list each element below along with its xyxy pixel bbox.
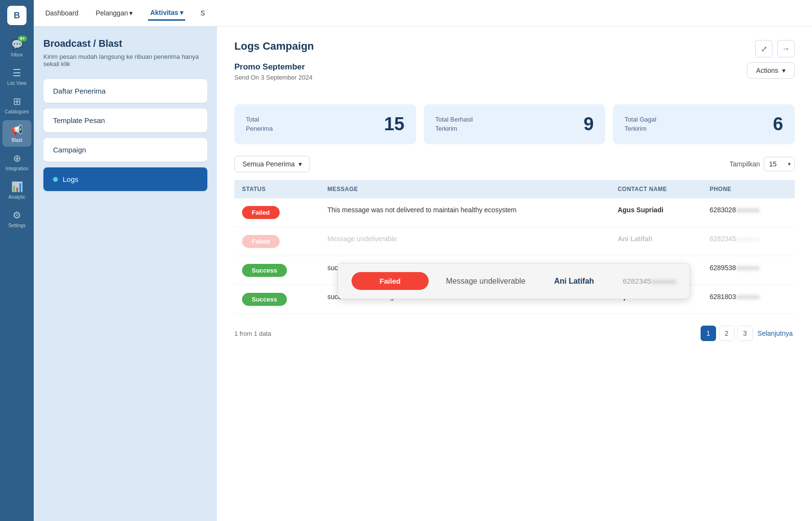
inbox-badge: 9+ bbox=[18, 36, 27, 41]
nav-pelanggan[interactable]: Pelanggan ▾ bbox=[94, 6, 135, 20]
chevron-down-icon: ▾ bbox=[782, 67, 785, 74]
sidebar-item-analytic-label: Analytic bbox=[8, 194, 25, 200]
campaign-name: Promo September bbox=[234, 62, 312, 72]
pagination-buttons: 1 2 3 Selanjutnya bbox=[701, 326, 795, 341]
page-btn-2[interactable]: 2 bbox=[719, 326, 734, 341]
stat-berhasil-value: 9 bbox=[583, 114, 594, 135]
expand-icon[interactable]: ⤢ bbox=[755, 40, 772, 57]
nav-aktivitas[interactable]: Aktivitas ▾ bbox=[148, 6, 185, 21]
failed-badge: Failed bbox=[242, 206, 280, 219]
main-title: Logs Campaign bbox=[234, 40, 314, 53]
sidebar-item-catalogues[interactable]: ⊞ Catalogues bbox=[2, 92, 31, 118]
tampilkan-row: Tampilkan 15 25 50 100 ▾ bbox=[730, 157, 795, 171]
app-logo: B bbox=[7, 6, 27, 25]
stat-berhasil-label: Total BerhasilTerkirim bbox=[435, 115, 473, 133]
row-status: Success bbox=[234, 256, 320, 285]
send-date: Send On 3 September 2024 bbox=[234, 74, 312, 81]
popup-contact: Ani Latifah bbox=[543, 277, 606, 286]
main-panel: Logs Campaign ⤢ → Promo September Send O… bbox=[217, 27, 812, 521]
nav-s[interactable]: S bbox=[199, 6, 207, 20]
page-btn-1[interactable]: 1 bbox=[701, 326, 716, 341]
popup-message: Message undeliverable bbox=[446, 277, 526, 286]
page-btn-3[interactable]: 3 bbox=[737, 326, 753, 341]
chevron-down-icon: ▾ bbox=[129, 9, 133, 17]
popup-failed-badge: Failed bbox=[352, 272, 429, 290]
analytic-icon: 📊 bbox=[11, 181, 23, 192]
nav-dashboard[interactable]: Dashboard bbox=[43, 6, 81, 20]
table-header-row: STATUS MESSAGE CONTACT NAME PHONE bbox=[234, 180, 795, 198]
menu-template-pesan[interactable]: Template Pesan bbox=[43, 109, 207, 132]
tampilkan-select-wrap: 15 25 50 100 ▾ bbox=[764, 157, 795, 171]
left-panel-description: Kirim pesan mudah langsung ke ribuan pen… bbox=[43, 53, 207, 68]
list-view-icon: ☰ bbox=[13, 67, 21, 79]
main-header: Logs Campaign ⤢ → bbox=[234, 40, 795, 57]
row-phone: 6283028xxxxxxx bbox=[702, 198, 795, 227]
sidebar-item-catalogues-label: Catalogues bbox=[5, 109, 29, 114]
active-indicator bbox=[53, 177, 58, 182]
sidebar-item-settings-label: Settings bbox=[8, 223, 26, 228]
left-panel-title: Broadcast / Blast bbox=[43, 38, 207, 49]
tampilkan-label: Tampilkan bbox=[730, 160, 760, 168]
row-contact: Ani Latifah bbox=[610, 227, 702, 256]
success-badge: Success bbox=[242, 264, 287, 277]
left-panel: Broadcast / Blast Kirim pesan mudah lang… bbox=[34, 27, 217, 521]
stats-row: TotalPenerima 15 Total BerhasilTerkirim … bbox=[234, 104, 795, 144]
row-phone: 6289538xxxxxxx bbox=[702, 256, 795, 285]
chevron-down-icon: ▾ bbox=[298, 160, 302, 168]
campaign-details: Promo September Send On 3 September 2024 bbox=[234, 62, 312, 93]
failed-badge: Failed bbox=[242, 235, 280, 248]
top-nav: Dashboard Pelanggan ▾ Aktivitas ▾ S bbox=[34, 0, 812, 27]
settings-icon: ⚙ bbox=[13, 209, 21, 221]
sidebar-item-settings[interactable]: ⚙ Settings bbox=[2, 206, 31, 232]
stat-penerima-label: TotalPenerima bbox=[246, 115, 273, 133]
menu-logs[interactable]: Logs bbox=[43, 167, 207, 191]
sidebar-item-analytic[interactable]: 📊 Analytic bbox=[2, 177, 31, 204]
table-row: Failed This message was not delivered to… bbox=[234, 198, 795, 227]
col-message: MESSAGE bbox=[320, 180, 610, 198]
filter-row: Semua Penerima ▾ Tampilkan 15 25 50 100 … bbox=[234, 156, 795, 172]
stat-gagal-label: Total GagalTerkirim bbox=[624, 115, 656, 133]
sidebar-item-blast[interactable]: 📢 Blast bbox=[2, 120, 31, 147]
blast-icon: 📢 bbox=[11, 124, 23, 136]
table-row: Failed Message undeliverable Ani Latifah… bbox=[234, 227, 795, 256]
stat-penerima-value: 15 bbox=[384, 114, 404, 135]
col-phone: PHONE bbox=[702, 180, 795, 198]
sidebar-item-blast-label: Blast bbox=[12, 137, 22, 143]
row-message: This message was not delivered to mainta… bbox=[320, 198, 610, 227]
row-status: Failed bbox=[234, 227, 320, 256]
stat-total-penerima: TotalPenerima 15 bbox=[234, 104, 416, 144]
pagination-next[interactable]: Selanjutnya bbox=[756, 329, 795, 337]
catalogues-icon: ⊞ bbox=[13, 96, 21, 107]
chevron-down-icon: ▾ bbox=[180, 9, 183, 16]
actions-button[interactable]: Actions ▾ bbox=[747, 62, 795, 79]
row-message: Message undeliverable bbox=[320, 227, 610, 256]
popup-phone: 6282345xxxxxxx bbox=[623, 277, 677, 285]
icon-sidebar: B 💬9+ Inbox ☰ List View ⊞ Catalogues 📢 B… bbox=[0, 0, 34, 521]
content-area: Broadcast / Blast Kirim pesan mudah lang… bbox=[34, 27, 812, 521]
col-status: STATUS bbox=[234, 180, 320, 198]
table-header: STATUS MESSAGE CONTACT NAME PHONE bbox=[234, 180, 795, 198]
sidebar-item-list-label: List View bbox=[7, 81, 27, 86]
tampilkan-select[interactable]: 15 25 50 100 bbox=[764, 157, 795, 171]
sidebar-item-list-view[interactable]: ☰ List View bbox=[2, 63, 31, 90]
menu-campaign[interactable]: Campaign bbox=[43, 138, 207, 162]
stat-gagal-value: 6 bbox=[773, 114, 783, 135]
header-actions: ⤢ → bbox=[755, 40, 795, 57]
menu-daftar-penerima[interactable]: Daftar Penerima bbox=[43, 79, 207, 103]
integration-icon: ⊕ bbox=[13, 152, 21, 164]
sidebar-item-inbox-label: Inbox bbox=[11, 52, 23, 57]
sidebar-item-inbox[interactable]: 💬9+ Inbox bbox=[2, 35, 31, 61]
failed-popup: Failed Message undeliverable Ani Latifah… bbox=[338, 263, 690, 299]
pagination-info: 1 from 1 data bbox=[234, 330, 271, 337]
campaign-info-row: Promo September Send On 3 September 2024… bbox=[234, 62, 795, 93]
filter-select[interactable]: Semua Penerima ▾ bbox=[234, 156, 310, 172]
forward-icon[interactable]: → bbox=[777, 40, 795, 57]
stat-total-berhasil: Total BerhasilTerkirim 9 bbox=[424, 104, 606, 144]
row-phone: 6282345xxxxxxx bbox=[702, 227, 795, 256]
row-phone: 6281803xxxxxxx bbox=[702, 285, 795, 314]
row-status: Failed bbox=[234, 198, 320, 227]
inbox-icon: 💬9+ bbox=[11, 39, 23, 50]
sidebar-item-integration[interactable]: ⊕ Integration bbox=[2, 149, 31, 175]
row-contact: Agus Supriadi bbox=[610, 198, 702, 227]
success-badge: Success bbox=[242, 293, 287, 306]
